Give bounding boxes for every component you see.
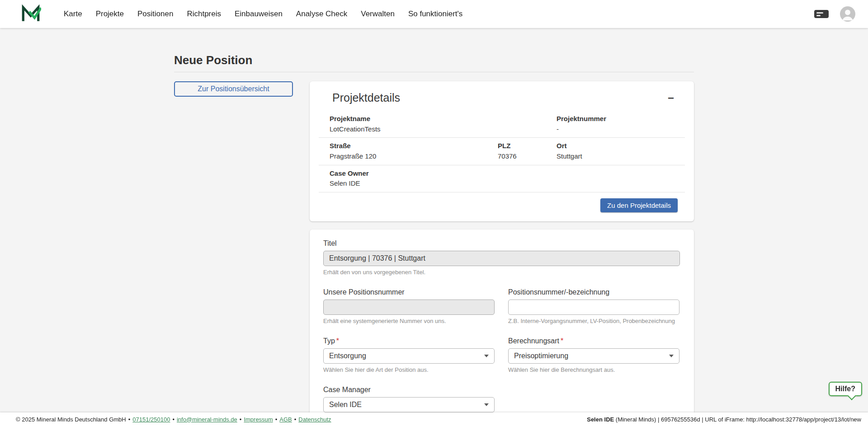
position-number-helper-text: Z.B. Interne-Vorgangsnummer, LV-Position… xyxy=(508,318,679,324)
typ-label: Typ xyxy=(323,337,335,345)
nav-item-karte[interactable]: Karte xyxy=(64,9,82,19)
berechnungsart-select[interactable]: Preisoptimierung xyxy=(508,348,679,364)
field-value-plz: 70376 xyxy=(498,152,546,161)
main-navigation: Karte Projekte Positionen Richtpreis Ein… xyxy=(64,9,462,19)
typ-helper-text: Wählen Sie hier die Art der Position aus… xyxy=(323,366,495,373)
project-details-table: Projektname LotCreationTests Projektnumm… xyxy=(319,111,685,192)
field-value-projektnummer: - xyxy=(557,125,685,134)
agb-link[interactable]: AGB xyxy=(279,416,292,423)
separator: • xyxy=(240,416,242,423)
impressum-link[interactable]: Impressum xyxy=(244,416,273,423)
datenschutz-link[interactable]: Datenschutz xyxy=(298,416,331,423)
back-to-positions-button[interactable]: Zur Positionsübersicht xyxy=(174,81,293,97)
field-label-projektnummer: Projektnummer xyxy=(557,115,685,123)
session-info: Selen IDE (Mineral Minds) | 69576255536d… xyxy=(587,416,861,423)
titel-field: Titel Erhält den von uns vorgegebenen Ti… xyxy=(323,239,680,276)
our-position-number-helper-text: Erhält eine systemgenerierte Nummer von … xyxy=(323,318,495,324)
our-position-number-field: Unsere Positionsnummer Erhält eine syste… xyxy=(323,288,495,324)
footer: © 2025 Mineral Minds Deutschland GmbH • … xyxy=(0,412,868,426)
typ-field: Typ* Entsorgung Wählen Sie hier die Art … xyxy=(323,337,495,373)
field-value-projektname: LotCreationTests xyxy=(330,125,487,134)
our-position-number-label: Unsere Positionsnummer xyxy=(323,288,405,296)
berechnungsart-helper-text: Wählen Sie hier die Berechnungsart aus. xyxy=(508,366,679,373)
case-manager-field: Case Manager Selen IDE xyxy=(323,386,495,412)
field-label-case-owner: Case Owner xyxy=(330,169,487,178)
berechnungsart-select-value: Preisoptimierung xyxy=(514,352,568,360)
nav-item-so-funktionierts[interactable]: So funktioniert's xyxy=(408,9,462,19)
chevron-down-icon xyxy=(484,355,489,357)
session-details: (Mineral Minds) | 69576255536d | URL of … xyxy=(614,416,861,423)
case-manager-select[interactable]: Selen IDE xyxy=(323,397,495,412)
titel-label: Titel xyxy=(323,239,337,247)
case-manager-label: Case Manager xyxy=(323,386,371,393)
titel-helper-text: Erhält den von uns vorgegebenen Titel. xyxy=(323,269,680,276)
email-link[interactable]: info@mineral-minds.de xyxy=(177,416,237,423)
typ-select[interactable]: Entsorgung xyxy=(323,348,495,364)
nav-item-positionen[interactable]: Positionen xyxy=(137,9,173,19)
position-number-input[interactable] xyxy=(508,300,679,315)
field-label-ort: Ort xyxy=(557,142,685,150)
berechnungsart-label: Berechnungsart xyxy=(508,337,559,345)
separator: • xyxy=(128,416,131,423)
table-row: Straße Pragstraße 120 PLZ 70376 Ort Stut… xyxy=(319,138,685,165)
field-label-plz: PLZ xyxy=(498,142,546,150)
nav-item-analyse-check[interactable]: Analyse Check xyxy=(296,9,347,19)
phone-link[interactable]: 07151/250100 xyxy=(132,416,170,423)
project-card-title: Projektdetails xyxy=(332,91,400,104)
new-position-form-card: Titel Erhält den von uns vorgegebenen Ti… xyxy=(310,229,694,426)
page-header: Neue Position xyxy=(174,53,694,72)
required-asterisk: * xyxy=(561,337,563,345)
session-user: Selen IDE xyxy=(587,416,614,423)
field-label-strasse: Straße xyxy=(330,142,487,150)
project-details-card: Projektdetails − Projektname LotCreation… xyxy=(310,81,694,221)
nav-item-projekte[interactable]: Projekte xyxy=(96,9,124,19)
mineral-minds-logo[interactable] xyxy=(20,4,41,24)
copyright-text: © 2025 Mineral Minds Deutschland GmbH xyxy=(16,416,126,423)
table-row: Projektname LotCreationTests Projektnumm… xyxy=(319,111,685,138)
position-number-label: Positionsnummer/-bezeichnung xyxy=(508,288,609,296)
terminal-icon[interactable] xyxy=(814,9,829,19)
separator: • xyxy=(275,416,278,423)
titel-input xyxy=(323,251,680,266)
position-number-field: Positionsnummer/-bezeichnung Z.B. Intern… xyxy=(508,288,679,324)
field-value-ort: Stuttgart xyxy=(557,152,685,161)
separator: • xyxy=(294,416,297,423)
table-row: Case Owner Selen IDE xyxy=(319,165,685,192)
main-content: Neue Position Zur Positionsübersicht Pro… xyxy=(0,0,868,426)
user-avatar[interactable] xyxy=(840,6,855,22)
field-value-strasse: Pragstraße 120 xyxy=(330,152,487,161)
berechnungsart-field: Berechnungsart* Preisoptimierung Wählen … xyxy=(508,337,679,373)
typ-select-value: Entsorgung xyxy=(329,352,366,360)
page-title: Neue Position xyxy=(174,53,694,67)
case-manager-select-value: Selen IDE xyxy=(329,401,362,409)
go-to-project-details-button[interactable]: Zu den Projektdetails xyxy=(600,198,678,212)
top-navbar: Karte Projekte Positionen Richtpreis Ein… xyxy=(0,0,868,28)
navbar-right xyxy=(814,6,868,22)
nav-item-einbauweisen[interactable]: Einbauweisen xyxy=(235,9,283,19)
separator: • xyxy=(172,416,175,423)
nav-item-richtpreis[interactable]: Richtpreis xyxy=(187,9,221,19)
chevron-down-icon xyxy=(484,403,489,406)
field-value-case-owner: Selen IDE xyxy=(330,179,487,188)
chevron-down-icon xyxy=(669,355,674,357)
required-asterisk: * xyxy=(336,337,339,345)
our-position-number-input xyxy=(323,300,495,315)
collapse-icon[interactable]: − xyxy=(663,93,679,103)
field-label-projektname: Projektname xyxy=(330,115,487,123)
help-button[interactable]: Hilfe? xyxy=(829,382,862,396)
nav-item-verwalten[interactable]: Verwalten xyxy=(361,9,395,19)
